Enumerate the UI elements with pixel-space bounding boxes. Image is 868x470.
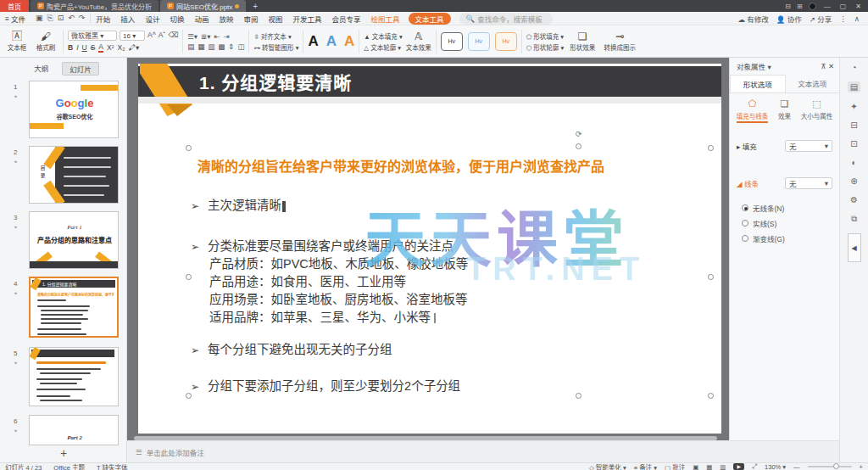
missing-font-indicator[interactable]: Ṯ 缺失字体: [97, 462, 128, 470]
align-center-icon[interactable]: ▦: [198, 42, 204, 51]
properties-panel-icon[interactable]: ▤: [848, 81, 860, 92]
highlight-button[interactable]: 🖍▾: [128, 43, 139, 52]
fill-select[interactable]: 无▾: [785, 140, 832, 152]
document-tab-1[interactable]: P 陶瓷产品+YouTube，竞品优化分析: [31, 0, 159, 12]
slide-thumbnail-4-selected[interactable]: 1. 分组逻辑要清晰 清晰的分组旨在给客户带来更好的浏览体验，便于用户浏览查找产…: [29, 277, 119, 338]
beautify-button[interactable]: ◇ 智能美化 ▾: [589, 462, 626, 470]
play-slideshow-button[interactable]: ▶: [733, 463, 744, 470]
zoom-slider-knob[interactable]: [833, 463, 839, 469]
settings-gear-icon[interactable]: ⚙: [850, 195, 858, 204]
shape-options-tab[interactable]: 形状选项: [730, 75, 786, 92]
undo-icon[interactable]: ↶: [68, 14, 75, 23]
font-color-button[interactable]: A: [98, 42, 103, 53]
slide-thumbnail-1[interactable]: Google 谷歌SEO优化: [29, 81, 119, 138]
notes-button[interactable]: ≡ 备注 ▾: [634, 462, 657, 470]
close-button[interactable]: ✕: [854, 3, 863, 10]
shape-style-preset-3[interactable]: Hv: [495, 32, 517, 51]
line-select[interactable]: 无▾: [785, 177, 832, 189]
selection-handle[interactable]: [708, 274, 714, 280]
menu-member[interactable]: 会员专享: [326, 14, 365, 24]
text-options-tab[interactable]: 文本选项: [786, 75, 840, 92]
help-icon[interactable]: ◔: [851, 63, 856, 72]
radio-solid-line[interactable]: 实线(S): [730, 213, 839, 228]
document-tab-2[interactable]: P 网站SEO优化.pptx: [160, 0, 246, 12]
bullet-item-4[interactable]: ➢分组下要添加子分组，则至少要划分2个子分组: [191, 376, 460, 394]
animation-pane-icon[interactable]: ✦: [850, 102, 857, 111]
indent-increase-icon[interactable]: ⇥: [224, 32, 230, 41]
bullet-sub-4[interactable]: 适用品牌：如苹果、三星、华为、小米等: [209, 307, 436, 325]
share-button[interactable]: ↗ 分享: [810, 14, 832, 24]
minimize-button[interactable]: —: [822, 3, 832, 10]
align-left-icon[interactable]: ▤: [187, 42, 194, 51]
slide-thumbnail-2[interactable]: 目录: [29, 146, 119, 204]
zoom-level[interactable]: 130% ▾: [765, 463, 786, 470]
collapse-ribbon-icon[interactable]: ∧: [854, 14, 860, 23]
bullet-item-1[interactable]: ➢主次逻辑清晰: [191, 195, 286, 213]
theme-name[interactable]: Office 主题: [53, 462, 85, 470]
selection-handle[interactable]: [576, 143, 581, 149]
resources-icon[interactable]: ⊕: [850, 176, 857, 186]
tab-grid-icon[interactable]: ⊞: [797, 3, 803, 10]
pin-icon[interactable]: ⊼: [821, 62, 826, 70]
selection-handle[interactable]: [708, 145, 714, 151]
template-icon[interactable]: ⧉: [851, 214, 857, 224]
drawing-tools-tab[interactable]: 绘图工具: [366, 14, 405, 24]
outline-tab[interactable]: 大纲: [27, 62, 55, 76]
font-size-select[interactable]: 16 ▾: [120, 31, 145, 41]
slides-tab[interactable]: 幻灯片: [62, 62, 99, 76]
menu-view[interactable]: 视图: [263, 14, 287, 24]
selection-handle[interactable]: [186, 145, 192, 151]
shape-outline-button[interactable]: ⬡ 形状轮廓 ▾: [526, 42, 565, 52]
collaborate-button[interactable]: 👤 协作: [776, 14, 802, 24]
home-tab[interactable]: 首页: [0, 0, 29, 12]
menu-slideshow[interactable]: 放映: [214, 14, 238, 24]
collapse-panel-button[interactable]: ◀: [848, 233, 861, 262]
slide-layout-icon[interactable]: ⊡: [850, 139, 857, 148]
zoom-in-button[interactable]: +: [860, 463, 863, 470]
notes-bar[interactable]: ☰ 单击此处添加备注: [127, 440, 839, 462]
save-icon[interactable]: ▣: [36, 14, 43, 23]
bullet-list-icon[interactable]: ☰▾: [187, 32, 198, 41]
text-preset-blue[interactable]: A: [326, 34, 337, 48]
normal-view-icon[interactable]: ▣: [693, 463, 698, 470]
grow-font-icon[interactable]: A^: [147, 31, 156, 41]
smart-graphic-button[interactable]: ⊶ 转智能图形 ▾: [253, 42, 298, 52]
avatar[interactable]: [809, 3, 816, 10]
zoom-slider[interactable]: [808, 466, 852, 467]
selection-handle[interactable]: [708, 393, 714, 399]
more-icon[interactable]: ⋮: [839, 14, 847, 23]
fill-section-label[interactable]: ▸ 填充: [737, 141, 757, 151]
shrink-font-icon[interactable]: Aˇ: [159, 31, 166, 41]
search-input[interactable]: 🔍 查找命令，搜索模板: [459, 13, 553, 25]
new-tab-button[interactable]: +: [246, 0, 264, 12]
textbox-button[interactable]: 🄰文本框: [4, 31, 30, 52]
menu-transition[interactable]: 切换: [164, 14, 189, 24]
selection-handle[interactable]: [576, 393, 581, 399]
effects-subtab[interactable]: ❏ 效果: [778, 98, 791, 123]
shape-style-preset-2[interactable]: Hv: [468, 32, 490, 51]
maximize-button[interactable]: ▢: [838, 3, 849, 10]
theme-icon[interactable]: ◐: [851, 158, 856, 167]
number-list-icon[interactable]: ≣▾: [201, 32, 210, 41]
shape-effect-button[interactable]: ❏形状效果: [567, 31, 598, 52]
text-effect-button[interactable]: 𝔸文本效果: [406, 31, 431, 52]
comments-button[interactable]: ▢ 批注: [665, 462, 685, 470]
menu-start[interactable]: 开始: [91, 14, 115, 24]
menu-insert[interactable]: 插入: [115, 14, 140, 24]
align-right-icon[interactable]: ▥: [208, 42, 214, 51]
italic-button[interactable]: I: [76, 43, 78, 52]
shape-fill-button[interactable]: ⬠ 形状填充 ▾: [526, 31, 565, 41]
text-fill-button[interactable]: ▲ 文本填充 ▾: [364, 31, 402, 41]
text-outline-button[interactable]: △ 文本轮廓 ▾: [364, 42, 402, 52]
strikethrough-button[interactable]: S: [91, 43, 96, 52]
radio-gradient-line[interactable]: 渐变线(G): [730, 228, 839, 243]
slide-sorter-icon[interactable]: ▦: [706, 463, 712, 470]
selection-pane-icon[interactable]: ⊟: [850, 120, 857, 130]
bullet-item-3[interactable]: ➢每个分组下避免出现无关的子分组: [191, 339, 392, 357]
slide-thumbnail-3[interactable]: Part 1 产品分组的思路和注意点: [29, 211, 119, 269]
clear-format-icon[interactable]: ⌫: [168, 31, 178, 41]
font-name-select[interactable]: 微软雅黑 ▾: [68, 31, 117, 41]
panel-close-icon[interactable]: ✕: [828, 62, 834, 70]
menu-devtools[interactable]: 开发工具: [287, 14, 326, 24]
selection-handle[interactable]: [186, 274, 192, 280]
